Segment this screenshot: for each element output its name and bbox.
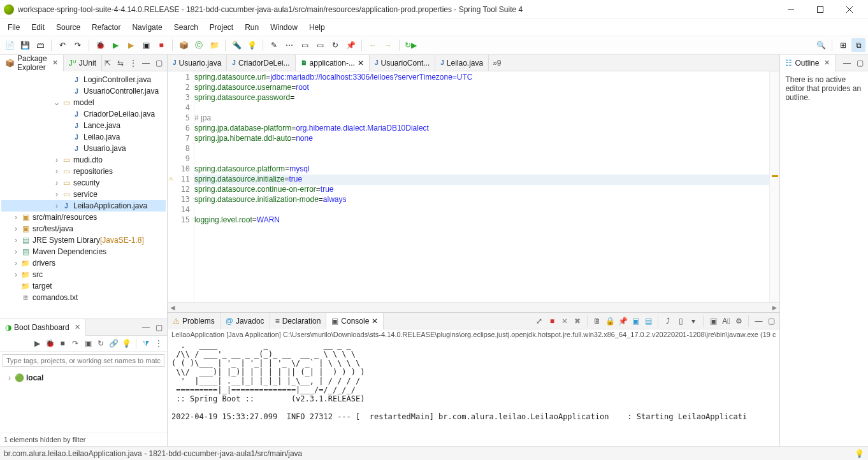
tree-item[interactable]: CriadorDeLeilao.java [1,108,166,120]
twisty-icon[interactable]: › [52,178,61,187]
refresh-button[interactable]: ↻ [328,38,342,52]
menu-run[interactable]: Run [240,20,264,34]
boot-start-button[interactable]: ▶ [31,338,43,349]
twisty-icon[interactable]: › [11,213,20,222]
scroll-lock-button[interactable]: 🔒 [604,315,616,327]
run-config-button[interactable]: ▶ [124,38,138,52]
max-button[interactable]: ▢ [765,315,777,327]
close-button[interactable] [835,0,864,19]
tree-item[interactable]: ›src [1,269,166,280]
view-menu-button[interactable]: ⋮ [127,57,139,69]
code-line[interactable]: # jpa [194,113,769,124]
code-line[interactable] [194,144,769,154]
boot-local-node[interactable]: › 🟢 local [5,372,162,384]
boot-stop-button[interactable]: ■ [57,338,68,349]
display-button[interactable]: ▯ [675,315,686,327]
collapse-all-button[interactable]: ⇱ [102,57,113,69]
menu-file[interactable]: File [3,20,25,34]
warning-mark[interactable] [772,175,778,177]
twisty-icon[interactable]: › [11,224,20,233]
undo-button[interactable]: ↶ [55,38,69,52]
boot-filter-button[interactable]: ⧩ [140,338,152,349]
boot-console-button[interactable]: ▣ [82,338,94,349]
save-button[interactable]: 💾 [18,38,32,52]
close-icon[interactable]: ✕ [72,323,80,331]
code-line[interactable] [194,154,769,164]
new-button[interactable]: 📄 [3,38,17,52]
terminate-button[interactable]: ■ [546,315,558,327]
twisty-icon[interactable]: › [11,236,20,245]
boot-link-button[interactable]: 🔗 [108,338,119,349]
boot-menu-button[interactable]: ⋮ [153,338,164,349]
console-output[interactable]: . ____ _ __ _ _ /\\ / ___'_ __ _ _(_)_ _… [168,340,779,446]
re-run-button[interactable]: ↻▶ [403,38,417,52]
run-button[interactable]: ▶ [108,38,122,52]
new-package-button[interactable]: 📦 [177,38,191,52]
quick-access-button[interactable]: 🔍 [814,38,828,52]
monitor-button[interactable]: ▣ [707,315,719,327]
menu-project[interactable]: Project [205,20,238,34]
close-icon[interactable]: ✕ [372,317,378,326]
clear-console-button[interactable]: 🗎 [591,315,603,327]
menu-navigate[interactable]: Navigate [127,20,167,34]
minimize-view-button[interactable]: — [140,322,152,333]
tree-item[interactable]: ›JRE System Library [JavaSE-1.8] [1,234,166,246]
save-all-button[interactable]: 🗃 [33,38,47,52]
forward-button[interactable]: → [381,38,395,52]
debug-button[interactable]: 🐞 [93,38,107,52]
open-perspective-button[interactable]: ⊞ [836,38,850,52]
tab-outline[interactable]: ☷ Outline ✕ [780,55,835,71]
new-console-button[interactable]: ⤴ [662,315,674,327]
link-editor-button[interactable]: ⇆ [115,57,126,69]
scroll-right-button[interactable]: ► [769,303,779,312]
pin-button[interactable]: 📌 [344,38,358,52]
close-icon[interactable]: ✕ [50,59,58,67]
minimize-button[interactable] [776,0,806,19]
twisty-icon[interactable]: › [11,270,20,279]
code-line[interactable]: spring.jpa.database-platform=org.hiberna… [194,124,769,134]
editor-code[interactable]: spring.datasource.url=jdbc:mariadb://loc… [194,71,769,302]
twisty-icon[interactable]: › [11,247,20,256]
bottom-tab-declaration[interactable]: ≡Declaration [270,313,327,329]
new-folder-button[interactable]: 📁 [207,38,221,52]
minimize-view-button[interactable]: — [841,57,853,69]
rect2-button[interactable]: ▭ [313,38,327,52]
editor-hscroll[interactable]: ◄ ► [168,302,779,312]
tree-item[interactable]: UsuarioController.java [1,85,166,97]
boot-tips-button[interactable]: 💡 [120,338,132,349]
code-line[interactable]: spring.datasource.url=jdbc:mariadb://loc… [194,73,769,83]
tab-junit[interactable]: Jᵁ JUnit [64,55,102,71]
package-explorer-tree[interactable]: LoginController.javaUsuarioController.ja… [0,71,167,319]
editor-tab[interactable]: JUsuarioCont... [370,55,435,71]
toggle-breadcrumb-button[interactable]: ⋯ [282,38,296,52]
bottom-tab-console[interactable]: ▣Console✕ [326,313,384,329]
tab-package-explorer[interactable]: 📦 Package Explorer ✕ [0,55,64,71]
ansi-button[interactable]: Aͨ [720,315,732,327]
maximize-view-button[interactable]: ▢ [153,57,164,69]
tree-item[interactable]: ›security [1,177,166,189]
editor-tab[interactable]: JCriadorDeLei... [227,55,295,71]
rect1-button[interactable]: ▭ [298,38,312,52]
menu-edit[interactable]: Edit [26,20,50,34]
java-perspective-button[interactable]: ⧉ [851,38,865,52]
menu-refactor[interactable]: Refactor [87,20,126,34]
tree-item[interactable]: target [1,280,166,292]
tree-item[interactable]: ›repositories [1,166,166,177]
tree-item[interactable]: ⌄model [1,97,166,108]
tree-item[interactable]: ›service [1,189,166,200]
tree-item[interactable]: Leilao.java [1,131,166,143]
maximize-view-button[interactable]: ▢ [153,322,164,333]
code-line[interactable]: spring.jpa.hibernate.ddl-auto=none [194,134,769,144]
boot-refresh-button[interactable]: ↻ [95,338,106,349]
tree-item[interactable]: Usuario.java [1,143,166,154]
boot-debug-button[interactable]: 🐞 [44,338,55,349]
twisty-icon[interactable]: › [52,155,61,164]
close-icon[interactable]: ✕ [821,59,830,67]
expand-icon[interactable]: ⤢ [533,315,545,327]
open-console-button[interactable]: ▤ [642,315,654,327]
prefs-button[interactable]: ⚙ [733,315,744,327]
twisty-icon[interactable]: ⌄ [52,98,61,107]
tree-item[interactable]: ›LeilaoApplication.java [1,200,166,212]
minimize-view-button[interactable]: — [140,57,152,69]
tree-item[interactable]: LoginController.java [1,74,166,85]
